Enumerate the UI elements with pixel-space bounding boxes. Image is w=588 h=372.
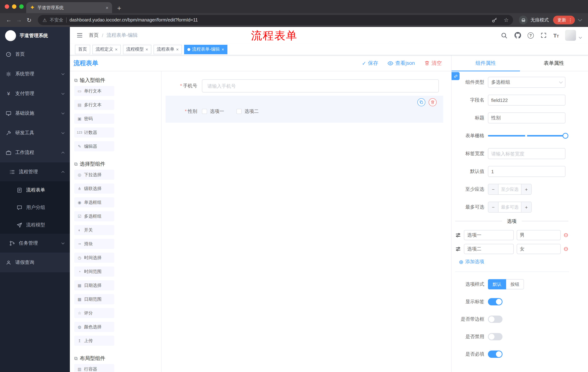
palette-item-slider[interactable]: ╼ 滑块 (74, 239, 114, 249)
palette-item-time-picker[interactable]: ◷ 时间选择 (74, 253, 114, 263)
tag-process-definition[interactable]: 流程定义 × (92, 45, 121, 54)
option-value-input[interactable] (516, 230, 560, 240)
font-size-icon[interactable]: TT (553, 32, 559, 38)
tab-close-icon[interactable]: × (106, 5, 108, 10)
tag-close-icon[interactable]: × (221, 47, 224, 52)
canvas-selected-field-gender[interactable]: 性别 选项一 选项二 (166, 96, 443, 123)
max-select-stepper[interactable]: − 最多可选 + (488, 202, 532, 213)
palette-item-radio-group[interactable]: ◉ 单选框组 (74, 197, 114, 207)
tag-process-form-edit[interactable]: 流程表单-编辑 × (184, 45, 227, 54)
palette-item-dropdown-select[interactable]: ◎ 下拉选择 (74, 170, 114, 180)
max-select-value[interactable]: 最多可选 (498, 202, 521, 212)
palette-item-date-picker[interactable]: ▦ 日期选择 (74, 280, 114, 290)
label-width-input[interactable] (488, 148, 566, 159)
help-icon[interactable]: ? (527, 32, 534, 38)
palette-item-cascade-select[interactable]: ⋔ 级联选择 (74, 183, 114, 194)
palette-item-editor[interactable]: ✎ 编辑器 (74, 141, 114, 151)
add-option-button[interactable]: ⊕ 添加选项 (459, 258, 566, 265)
palette-item-switch[interactable]: ◐ 开关 (74, 225, 114, 235)
drag-handle-icon[interactable] (455, 232, 461, 238)
delete-field-button[interactable] (429, 98, 437, 106)
checkbox-icon[interactable] (202, 109, 207, 114)
option-value-input[interactable] (516, 244, 560, 254)
minimize-window-button[interactable] (12, 4, 16, 9)
field-name-input[interactable] (488, 95, 566, 106)
github-icon[interactable] (514, 32, 521, 39)
decrease-button[interactable]: − (488, 202, 498, 212)
palette-item-rating[interactable]: ☆ 评分 (74, 308, 114, 318)
min-select-stepper[interactable]: − 至少应选 + (488, 184, 532, 195)
new-tab-button[interactable]: + (117, 5, 121, 12)
palette-item-color-picker[interactable]: ◍ 颜色选择 (74, 322, 114, 332)
user-avatar[interactable] (565, 30, 576, 41)
canvas-field-phone[interactable]: 手机号 (166, 79, 443, 93)
palette-item-password[interactable]: ▣ 密码 (74, 114, 114, 124)
title-input[interactable] (488, 112, 566, 123)
sidebar-item-process-form[interactable]: 流程表单 (0, 181, 70, 199)
palette-item-row-container[interactable]: ▥ 行容器 (74, 364, 114, 372)
phone-input[interactable] (202, 79, 439, 93)
min-select-value[interactable]: 至少应选 (498, 184, 521, 194)
option-style-button-button[interactable]: 按钮 (506, 279, 524, 289)
forward-icon[interactable]: → (14, 15, 24, 25)
slider-handle[interactable] (563, 133, 568, 139)
default-value-input[interactable] (488, 166, 566, 177)
tag-close-icon[interactable]: × (176, 47, 179, 52)
tag-home[interactable]: 首页 (75, 45, 90, 54)
checkbox-icon[interactable] (237, 109, 242, 114)
option-label-input[interactable] (464, 244, 514, 254)
form-grid-slider[interactable] (488, 130, 566, 141)
palette-item-time-range[interactable]: ◔ 时间范围 (74, 266, 114, 277)
palette-item-counter[interactable]: 123 计数器 (74, 128, 114, 138)
remove-option-icon[interactable]: ⊖ (563, 232, 568, 238)
hamburger-icon[interactable] (74, 30, 85, 41)
save-button[interactable]: ✓ 保存 (362, 60, 378, 66)
tab-component-properties[interactable]: 组件属性 (452, 55, 520, 71)
option-style-default-button[interactable]: 默认 (488, 279, 506, 289)
component-type-select[interactable]: 多选框组 (488, 77, 566, 88)
remove-option-icon[interactable]: ⊖ (563, 246, 568, 252)
sidebar-item-home[interactable]: 首页 (0, 44, 70, 64)
tag-close-icon[interactable]: × (146, 47, 148, 52)
link-icon[interactable] (452, 72, 460, 80)
required-toggle[interactable] (488, 351, 503, 358)
tag-process-model[interactable]: 流程模型 × (123, 45, 151, 54)
increase-button[interactable]: + (521, 202, 531, 212)
toolbar-caret-icon[interactable] (578, 17, 582, 21)
with-border-toggle[interactable] (488, 316, 503, 323)
view-json-button[interactable]: 查看json (388, 60, 415, 66)
palette-item-multi-line-text[interactable]: ▤ 多行文本 (74, 100, 114, 110)
palette-item-checkbox-group[interactable]: ☑ 多选框组 (74, 211, 114, 221)
sidebar-item-devtools[interactable]: 研发工具 (0, 123, 70, 143)
drag-handle-icon[interactable] (455, 246, 461, 252)
back-icon[interactable]: ← (4, 15, 14, 25)
close-window-button[interactable] (5, 4, 9, 9)
fullscreen-icon[interactable] (540, 32, 547, 39)
tab-form-properties[interactable]: 表单属性 (520, 55, 588, 71)
browser-tab[interactable]: 芋道管理系统 × (26, 2, 112, 13)
tag-process-form[interactable]: 流程表单 × (154, 45, 182, 54)
sidebar-item-process-model[interactable]: 流程模型 (0, 216, 70, 234)
show-label-toggle[interactable] (488, 298, 503, 305)
browser-menu-icon[interactable]: ⋮ (568, 17, 573, 23)
breadcrumb-home[interactable]: 首页 (89, 32, 99, 39)
palette-item-upload[interactable]: ↥ 上传 (74, 336, 114, 346)
sidebar-item-leave-query[interactable]: 请假查询 (0, 253, 70, 272)
search-icon[interactable] (501, 32, 508, 39)
sidebar-item-user-group[interactable]: 用户分组 (0, 199, 70, 216)
disabled-toggle[interactable] (488, 333, 503, 340)
sidebar-item-workflow[interactable]: 工作流程 (0, 143, 70, 162)
reload-icon[interactable]: ↻ (24, 15, 34, 25)
sidebar-item-infrastructure[interactable]: 基础设施 (0, 103, 70, 123)
option-label-input[interactable] (464, 230, 514, 240)
palette-item-single-line-text[interactable]: ▭ 单行文本 (74, 86, 114, 96)
tag-close-icon[interactable]: × (115, 47, 117, 52)
gender-option-1[interactable]: 选项一 (202, 108, 224, 115)
maximize-window-button[interactable] (19, 4, 24, 9)
clear-button[interactable]: 清空 (424, 60, 442, 66)
password-key-icon[interactable] (491, 17, 497, 23)
palette-item-date-range[interactable]: ▩ 日期范围 (74, 294, 114, 304)
sidebar-item-system[interactable]: 系统管理 (0, 64, 70, 84)
bookmark-star-icon[interactable]: ☆ (504, 17, 509, 23)
copy-field-button[interactable] (417, 98, 425, 106)
